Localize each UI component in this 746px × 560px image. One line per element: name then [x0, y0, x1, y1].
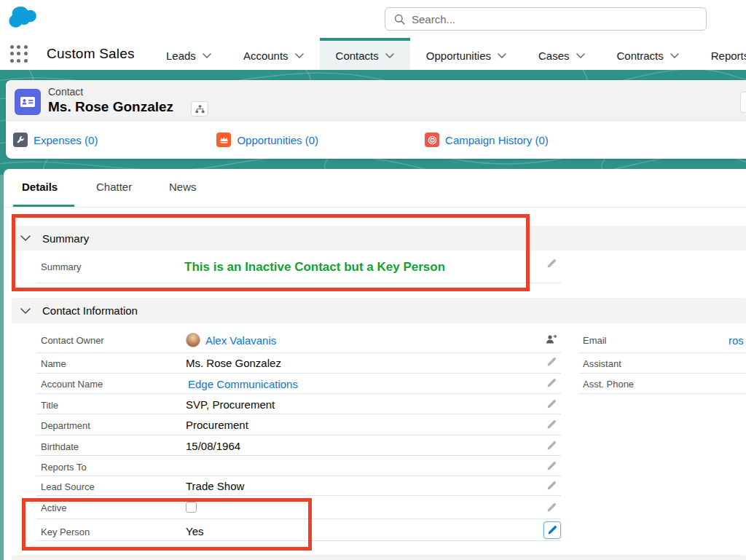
field-value-birthdate: 15/08/1964 [186, 440, 240, 452]
row-divider [36, 495, 561, 496]
quick-link-campaign-history[interactable]: Campaign History (0) [425, 133, 549, 147]
view-hierarchy-button[interactable] [191, 101, 208, 117]
app-launcher-icon[interactable] [10, 45, 29, 64]
record-header-upper: Contact Ms. Rose Gonzalez [6, 80, 746, 121]
field-value-summary: This is an Inactive Contact but a Key Pe… [184, 260, 445, 275]
row-divider [36, 540, 561, 541]
row-divider [579, 373, 746, 374]
nav-tab-accounts[interactable]: Accounts [227, 38, 320, 70]
next-section-band[interactable] [12, 555, 746, 560]
app-navigation-bar: Custom Sales Leads Accounts Contacts Opp… [0, 38, 746, 70]
field-label-title: Title [41, 400, 58, 411]
active-checkbox[interactable] [186, 502, 197, 513]
field-value-title: SVP, Procurement [186, 398, 275, 411]
nav-tab-opportunities[interactable]: Opportunities [410, 38, 522, 70]
edit-pencil-icon[interactable] [546, 419, 557, 430]
nav-tab-cases[interactable]: Cases [522, 38, 601, 70]
contact-entity-icon [15, 89, 41, 115]
nav-tabs: Leads Accounts Contacts Opportunities Ca… [150, 38, 746, 70]
row-divider [36, 283, 561, 283]
global-search [385, 7, 707, 31]
row-divider [36, 435, 561, 435]
field-label-summary: Summary [41, 261, 82, 272]
edit-pencil-icon[interactable] [546, 461, 557, 471]
search-input[interactable] [412, 13, 706, 25]
related-quick-links: Expenses (0) Opportunities (0) Campaign … [6, 121, 746, 159]
chevron-down-icon [203, 53, 211, 58]
change-owner-icon[interactable] [545, 334, 557, 345]
field-value-key-person: Yes [186, 525, 203, 537]
global-header [0, 0, 746, 38]
field-label-lead-source: Lead Source [41, 481, 95, 492]
edit-pencil-icon[interactable] [546, 481, 557, 491]
record-name: Ms. Rose Gonzalez [48, 99, 173, 115]
field-value-email[interactable]: ros [729, 334, 744, 347]
campaign-icon [425, 133, 439, 147]
chevron-down-icon [385, 53, 394, 58]
avatar [186, 333, 200, 347]
tab-news[interactable]: News [169, 181, 197, 193]
nav-tab-reports[interactable]: Reports [695, 38, 746, 70]
section-header-contact-information[interactable]: Contact Information [12, 298, 746, 323]
tab-chatter[interactable]: Chatter [96, 181, 132, 193]
field-label-account-name: Account Name [41, 379, 103, 390]
field-value-contact-owner[interactable]: Alex Valavanis [205, 334, 276, 347]
field-label-key-person: Key Person [41, 527, 90, 537]
field-value-lead-source: Trade Show [186, 480, 244, 492]
nav-tab-leads[interactable]: Leads [150, 38, 227, 70]
header-action-button-partial[interactable] [740, 92, 746, 113]
row-divider [36, 373, 561, 374]
entity-label: Contact [48, 86, 83, 98]
field-value-department: Procurement [186, 419, 248, 431]
salesforce-contact-page: Custom Sales Leads Accounts Contacts Opp… [0, 0, 746, 560]
row-divider [36, 393, 561, 394]
record-header-card: Contact Ms. Rose Gonzalez Expenses (0) [6, 80, 746, 159]
chevron-down-icon [295, 53, 304, 58]
salesforce-cloud-icon [7, 4, 41, 32]
field-value-name: Ms. Rose Gonzalez [186, 357, 281, 369]
wrench-icon [13, 133, 28, 147]
search-icon [394, 14, 405, 25]
row-divider [36, 476, 561, 476]
row-divider [579, 352, 746, 353]
row-divider [579, 393, 746, 394]
chevron-down-icon [498, 53, 506, 58]
section-header-summary[interactable]: Summary [12, 226, 746, 251]
row-divider [36, 414, 561, 414]
section-chevron-icon [20, 235, 31, 241]
tab-details[interactable]: Details [22, 181, 58, 193]
field-label-email: Email [583, 335, 607, 346]
nav-tab-contacts[interactable]: Contacts [320, 38, 410, 70]
tab-row-divider [4, 207, 746, 208]
field-label-asst-phone: Asst. Phone [583, 379, 634, 390]
field-value-account-name[interactable]: Edge Communications [188, 378, 298, 390]
edit-pencil-icon[interactable] [546, 378, 557, 388]
field-label-department: Department [41, 420, 90, 431]
field-label-birthdate: Birthdate [41, 441, 79, 452]
section-chevron-icon [20, 308, 31, 314]
edit-pencil-icon[interactable] [546, 399, 557, 409]
hierarchy-icon [195, 105, 205, 114]
app-name[interactable]: Custom Sales [47, 38, 135, 70]
edit-pencil-icon[interactable] [546, 441, 557, 451]
field-label-contact-owner: Contact Owner [41, 335, 104, 346]
key-person-edit-button[interactable] [543, 521, 561, 539]
active-tab-underline [13, 205, 74, 207]
quick-link-expenses[interactable]: Expenses (0) [13, 133, 98, 147]
edit-pencil-icon [547, 525, 557, 535]
field-label-assistant: Assistant [583, 358, 621, 369]
row-divider [36, 352, 561, 353]
edit-pencil-icon[interactable] [546, 259, 557, 269]
chevron-down-icon [670, 53, 679, 58]
quick-link-opportunities[interactable]: Opportunities (0) [216, 133, 318, 147]
edit-pencil-icon[interactable] [546, 357, 557, 367]
field-label-active: Active [41, 502, 66, 513]
chevron-down-icon [576, 53, 585, 58]
field-label-reports-to: Reports To [41, 462, 87, 473]
field-label-name: Name [41, 358, 66, 369]
crown-icon [216, 133, 231, 147]
edit-pencil-icon[interactable] [546, 502, 557, 513]
nav-tab-contracts[interactable]: Contracts [601, 38, 695, 70]
row-divider [36, 518, 561, 519]
row-divider [36, 455, 561, 456]
